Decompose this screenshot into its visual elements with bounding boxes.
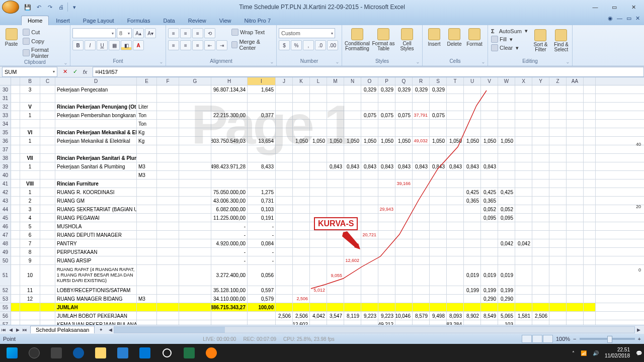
cell[interactable] xyxy=(361,94,378,102)
cell[interactable] xyxy=(327,197,344,205)
cell[interactable]: LOBBY/RECEPTIONIS/SATPAM xyxy=(55,286,137,294)
cell[interactable]: KEMAJUAN PEKERJAAN BULANAN xyxy=(55,320,137,325)
cell[interactable] xyxy=(179,231,211,239)
cell[interactable] xyxy=(40,171,55,179)
cell[interactable] xyxy=(179,312,211,320)
cell[interactable] xyxy=(515,103,532,111)
cell[interactable] xyxy=(211,94,248,102)
cell[interactable] xyxy=(567,188,584,196)
cell[interactable] xyxy=(567,94,584,102)
cell[interactable] xyxy=(532,103,549,111)
cell[interactable] xyxy=(157,248,179,256)
cell[interactable] xyxy=(532,239,549,247)
cell[interactable]: 12,602 xyxy=(293,320,310,325)
cell[interactable] xyxy=(515,111,532,119)
row-header[interactable]: 47 xyxy=(0,231,11,239)
cell[interactable] xyxy=(211,179,248,188)
cell[interactable]: 3,547 xyxy=(327,312,344,320)
cell[interactable]: 1,050 xyxy=(498,137,515,145)
cell[interactable]: 2 xyxy=(20,197,40,205)
cell[interactable] xyxy=(549,94,567,102)
cell[interactable] xyxy=(378,145,395,153)
font-color-button[interactable]: A xyxy=(133,40,144,50)
row-43[interactable]: 432RUANG GM43.006.300,000,7310,3650,365 xyxy=(0,197,644,205)
format-as-table-button[interactable]: Format as Table xyxy=(371,26,395,51)
insert-cells-button[interactable]: Insert xyxy=(425,26,444,47)
cell[interactable]: 8,433 xyxy=(248,162,276,170)
row-header[interactable]: 48 xyxy=(0,239,11,247)
cell[interactable] xyxy=(549,312,567,320)
cell[interactable] xyxy=(137,248,157,256)
cell[interactable]: 0,365 xyxy=(481,197,498,205)
cell[interactable]: 0,843 xyxy=(413,162,430,170)
cell[interactable] xyxy=(532,197,549,205)
cell[interactable] xyxy=(395,295,413,303)
cell[interactable] xyxy=(430,295,447,303)
cell[interactable] xyxy=(464,85,481,94)
cell[interactable] xyxy=(549,137,567,145)
cell[interactable] xyxy=(11,103,20,111)
start-button[interactable] xyxy=(2,345,22,360)
cell[interactable] xyxy=(464,94,481,102)
cell[interactable] xyxy=(413,303,430,311)
cell[interactable] xyxy=(378,94,395,102)
cell[interactable] xyxy=(11,286,20,294)
cell[interactable]: 0,843 xyxy=(344,162,361,170)
volume-icon[interactable]: 🔊 xyxy=(593,350,599,356)
row-header[interactable]: 38 xyxy=(0,154,11,162)
cell[interactable] xyxy=(549,231,567,239)
cell[interactable]: 10 xyxy=(20,265,40,286)
cell[interactable] xyxy=(430,94,447,102)
cell[interactable]: 13,654 xyxy=(248,137,276,145)
cell[interactable] xyxy=(276,94,293,102)
cell[interactable] xyxy=(515,320,532,325)
cell[interactable] xyxy=(430,320,447,325)
cell[interactable] xyxy=(361,286,378,294)
cell[interactable] xyxy=(567,320,584,325)
cell[interactable] xyxy=(567,111,584,119)
print-icon[interactable]: 🖨 xyxy=(56,3,65,12)
cell[interactable] xyxy=(567,205,584,213)
cell[interactable]: 35.128.100,00 xyxy=(211,286,248,294)
cell[interactable] xyxy=(567,222,584,230)
cell[interactable] xyxy=(481,171,498,179)
col-H[interactable]: H xyxy=(211,77,248,85)
align-middle-icon[interactable]: ≡ xyxy=(180,28,191,38)
cell[interactable] xyxy=(276,248,293,256)
cell[interactable]: 12,602 xyxy=(344,256,361,264)
cell[interactable] xyxy=(378,239,395,247)
cell[interactable]: 0,365 xyxy=(464,197,481,205)
cell[interactable] xyxy=(464,295,481,303)
cell[interactable] xyxy=(549,179,567,188)
cell[interactable] xyxy=(293,214,310,222)
cell[interactable] xyxy=(395,231,413,239)
cell[interactable] xyxy=(276,145,293,153)
cell[interactable] xyxy=(293,256,310,264)
cell[interactable]: 9,055 xyxy=(327,265,344,286)
cell[interactable] xyxy=(361,197,378,205)
percent-format-icon[interactable]: % xyxy=(291,40,302,50)
cell[interactable] xyxy=(515,179,532,188)
cell[interactable] xyxy=(464,145,481,153)
cell[interactable] xyxy=(276,162,293,170)
row-49[interactable]: 498PERPUSTAKAAN-- xyxy=(0,248,644,256)
cell[interactable] xyxy=(40,179,55,188)
cell[interactable] xyxy=(532,162,549,170)
cell[interactable]: 22.215.300,00 xyxy=(211,111,248,119)
italic-button[interactable]: I xyxy=(85,40,96,50)
row-header[interactable]: 53 xyxy=(0,295,11,303)
cell[interactable] xyxy=(413,295,430,303)
row-38[interactable]: 38VIIRincian Pekerjaan Sanitari & Plumbi… xyxy=(0,154,644,162)
col-O[interactable]: O xyxy=(361,77,378,85)
cell[interactable] xyxy=(276,286,293,294)
cell[interactable] xyxy=(157,303,179,311)
row-header[interactable]: 33 xyxy=(0,111,11,119)
cell[interactable]: VIII xyxy=(20,179,40,188)
cell[interactable]: 11 xyxy=(20,286,40,294)
cell[interactable] xyxy=(293,154,310,162)
cell[interactable] xyxy=(11,120,20,128)
cell[interactable] xyxy=(157,145,179,153)
row-header[interactable]: 57 xyxy=(0,320,11,325)
cell[interactable] xyxy=(447,265,464,286)
maximize-button[interactable]: ▭ xyxy=(608,3,621,11)
